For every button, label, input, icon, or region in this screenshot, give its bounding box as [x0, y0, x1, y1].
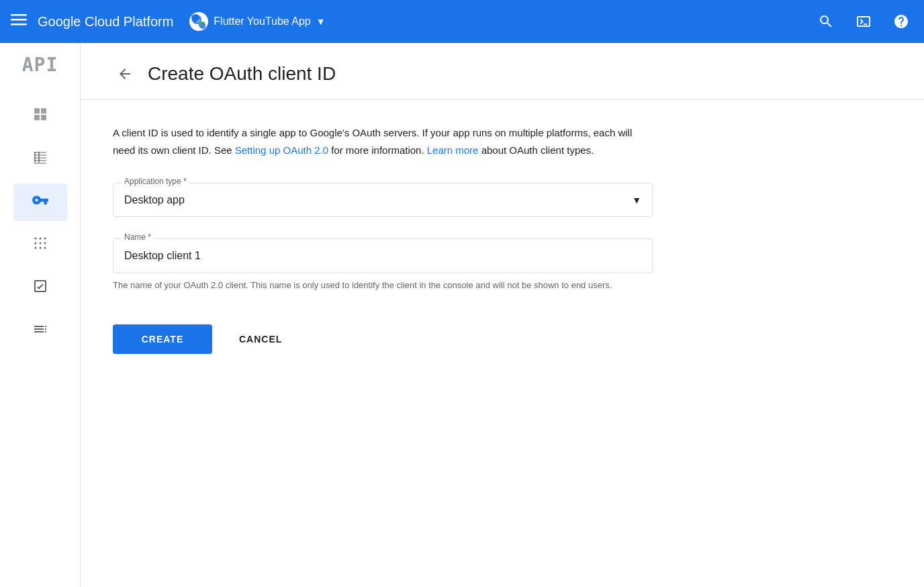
app-type-label: Application type * [122, 177, 189, 186]
app-type-container: Application type * Desktop app Web appli… [113, 183, 653, 217]
link-setup-oauth[interactable]: Setting up OAuth 2.0 [235, 144, 328, 156]
main-layout: API [0, 43, 924, 587]
description: A client ID is used to identify a single… [113, 124, 653, 159]
sidebar-item-dots[interactable] [13, 226, 67, 264]
name-container: Name * [113, 238, 653, 273]
content-body: A client ID is used to identify a single… [81, 100, 685, 378]
table-icon [32, 149, 48, 169]
svg-point-13 [39, 247, 41, 249]
name-label: Name * [122, 232, 154, 242]
brand-name: Google Cloud Platform [38, 14, 173, 30]
search-button[interactable] [814, 9, 838, 34]
project-name: Flutter YouTube App [214, 15, 310, 28]
grid-icon [32, 106, 48, 126]
back-button[interactable] [113, 62, 137, 86]
button-row: CREATE CANCEL [113, 324, 653, 354]
sidebar-item-checkbox[interactable] [13, 269, 67, 307]
sidebar-item-grid[interactable] [13, 97, 67, 135]
api-label: API [22, 54, 58, 76]
application-type-field: Application type * Desktop app Web appli… [113, 183, 653, 217]
help-button[interactable] [889, 9, 913, 34]
project-icon [189, 12, 208, 31]
checkbox-icon [32, 278, 48, 298]
sidebar-item-settings[interactable] [13, 312, 67, 350]
svg-point-4 [199, 21, 205, 28]
settings-list-icon [32, 321, 48, 341]
svg-point-9 [34, 242, 36, 244]
page-title: Create OAuth client ID [148, 63, 336, 85]
dots-grid-icon [32, 235, 48, 255]
sidebar: API [0, 43, 81, 587]
name-input[interactable] [113, 239, 652, 273]
link-learn-more[interactable]: Learn more [427, 144, 479, 156]
project-selector[interactable]: Flutter YouTube App ▼ [189, 12, 325, 31]
svg-point-8 [44, 238, 46, 240]
name-hint: The name of your OAuth 2.0 client. This … [113, 279, 653, 292]
sidebar-item-key[interactable] [13, 183, 67, 221]
topbar: Google Cloud Platform Flutter YouTube Ap… [0, 0, 924, 43]
cancel-button[interactable]: CANCEL [223, 324, 298, 354]
app-type-select[interactable]: Desktop app Web application Android iOS … [113, 183, 652, 216]
svg-rect-1 [11, 19, 27, 21]
svg-point-7 [39, 238, 41, 240]
content-header: Create OAuth client ID [81, 43, 924, 100]
create-button[interactable]: CREATE [113, 324, 212, 354]
description-mid: for more information. [328, 144, 427, 156]
description-end: about OAuth client types. [478, 144, 594, 156]
svg-point-10 [39, 242, 41, 244]
svg-point-12 [34, 247, 36, 249]
name-field: Name * The name of your OAuth 2.0 client… [113, 238, 653, 292]
topbar-actions [814, 9, 913, 34]
svg-rect-0 [11, 14, 27, 16]
svg-point-11 [44, 242, 46, 244]
key-icon [32, 191, 49, 213]
svg-point-14 [44, 247, 46, 249]
svg-rect-2 [11, 24, 27, 26]
svg-point-5 [194, 17, 199, 22]
main-content: Create OAuth client ID A client ID is us… [81, 43, 924, 587]
svg-point-6 [34, 238, 36, 240]
dropdown-icon: ▼ [316, 16, 326, 27]
menu-icon[interactable] [11, 11, 27, 32]
sidebar-item-table[interactable] [13, 140, 67, 178]
terminal-button[interactable] [851, 9, 876, 34]
